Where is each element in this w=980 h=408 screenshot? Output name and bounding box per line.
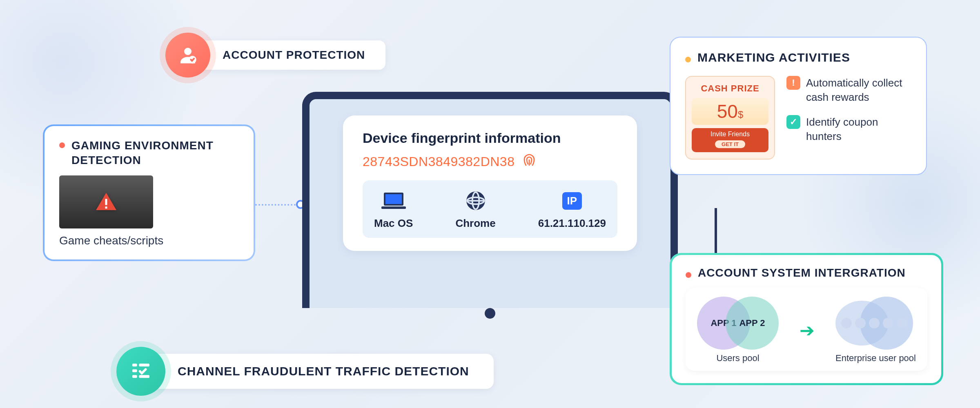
ip-badge-icon: IP — [562, 192, 582, 210]
warning-icon: ! — [786, 76, 800, 90]
svg-rect-6 — [381, 206, 406, 209]
app2-label: APP 2 — [739, 318, 765, 328]
fingerprint-icon — [522, 153, 537, 170]
users-pool-venn-icon: APP 1 APP 2 — [697, 297, 779, 350]
check-icon: ✓ — [786, 115, 800, 129]
marketing-title: MARKETING ACTIVITIES — [697, 51, 850, 64]
svg-rect-3 — [105, 206, 107, 208]
account-protection-feature: ACCOUNT PROTECTION — [165, 33, 385, 78]
marketing-bullet-1: Automatically collect cash rewards — [806, 76, 911, 104]
marketing-activities-card: MARKETING ACTIVITIES CASH PRIZE 50$ Invi… — [670, 37, 927, 175]
browser-label: Chrome — [455, 217, 495, 230]
laptop-icon — [381, 190, 407, 211]
svg-rect-11 — [132, 364, 137, 366]
svg-rect-5 — [385, 194, 402, 204]
gaming-caption: Game cheats/scripts — [59, 234, 239, 247]
account-integration-title: ACCOUNT SYSTEM INTERGRATION — [698, 266, 906, 279]
svg-rect-15 — [139, 375, 149, 378]
fingerprint-title: Device fingerprint information — [363, 130, 617, 146]
device-fingerprint-panel: Device fingerprint information 28743SDN3… — [302, 92, 678, 319]
enterprise-pool-icon — [835, 297, 913, 350]
bullet-icon — [59, 142, 65, 148]
users-pool-label: Users pool — [697, 353, 779, 364]
os-label: Mac OS — [374, 217, 413, 230]
gaming-detection-card: GAMING ENVIRONMENT DETECTION Game cheats… — [43, 124, 255, 261]
prize-currency: $ — [738, 109, 743, 120]
connector-line — [255, 204, 302, 206]
prize-invite-text: Invite Friends — [692, 131, 768, 138]
svg-point-0 — [184, 48, 192, 55]
account-protection-label: ACCOUNT PROTECTION — [194, 40, 385, 70]
monitor-stand-icon — [485, 308, 495, 319]
prize-heading: CASH PRIZE — [692, 83, 768, 94]
svg-rect-12 — [132, 369, 137, 372]
bullet-icon — [686, 272, 691, 278]
arrow-right-icon: ➔ — [800, 320, 815, 341]
fingerprint-id: 28743SDN3849382DN38 — [363, 154, 514, 169]
account-integration-card: ACCOUNT SYSTEM INTERGRATION APP 1 APP 2 … — [670, 253, 943, 385]
get-it-button[interactable]: GET IT — [715, 140, 745, 148]
cash-prize-promo: CASH PRIZE 50$ Invite Friends GET IT — [685, 76, 775, 160]
channel-fraud-label: CHANNEL FRAUDULENT TRAFFIC DETECTION — [145, 354, 494, 389]
connector-line-vertical — [715, 208, 717, 257]
svg-rect-14 — [139, 364, 149, 366]
svg-rect-13 — [132, 375, 137, 378]
game-screenshot-thumbnail — [59, 175, 153, 228]
bullet-icon — [685, 57, 691, 62]
marketing-bullet-2: Identify coupon hunters — [806, 115, 911, 144]
ip-address: 61.21.110.129 — [538, 217, 606, 230]
user-shield-icon — [165, 33, 210, 78]
svg-rect-2 — [105, 199, 107, 205]
channel-fraud-feature: CHANNEL FRAUDULENT TRAFFIC DETECTION — [116, 347, 494, 396]
checklist-icon — [116, 347, 165, 396]
gaming-detection-title: GAMING ENVIRONMENT DETECTION — [71, 138, 239, 168]
globe-icon — [466, 190, 486, 211]
prize-amount: 50 — [717, 101, 738, 122]
enterprise-pool-label: Enterprise user pool — [835, 353, 916, 364]
